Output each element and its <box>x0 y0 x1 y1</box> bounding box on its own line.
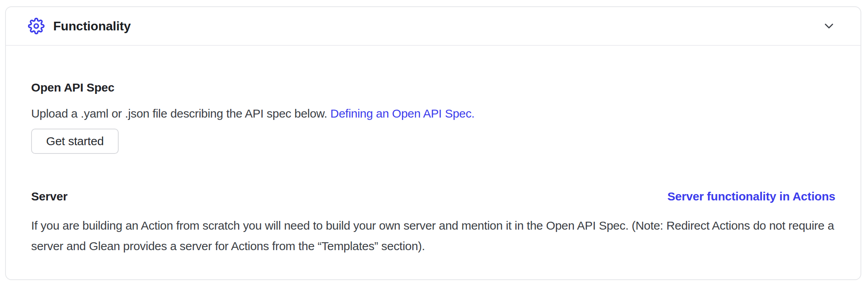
open-api-spec-description-text: Upload a .yaml or .json file describing … <box>31 107 327 120</box>
get-started-button[interactable]: Get started <box>31 129 119 154</box>
server-functionality-link[interactable]: Server functionality in Actions <box>667 190 835 203</box>
defining-open-api-spec-link[interactable]: Defining an Open API Spec. <box>330 107 475 120</box>
panel-header[interactable]: Functionality <box>6 7 861 45</box>
open-api-spec-section: Open API Spec Upload a .yaml or .json fi… <box>31 80 835 154</box>
server-heading-row: Server Server functionality in Actions <box>31 189 835 204</box>
open-api-spec-description: Upload a .yaml or .json file describing … <box>31 106 835 122</box>
chevron-down-icon[interactable] <box>822 19 836 33</box>
functionality-panel: Functionality Open API Spec Upload a .ya… <box>5 6 861 280</box>
server-heading: Server <box>31 189 67 204</box>
gear-icon <box>28 18 45 34</box>
open-api-spec-heading: Open API Spec <box>31 80 835 95</box>
panel-content: Open API Spec Upload a .yaml or .json fi… <box>6 46 861 256</box>
server-section: Server Server functionality in Actions I… <box>31 189 835 256</box>
panel-title: Functionality <box>53 19 131 34</box>
server-description: If you are building an Action from scrat… <box>31 215 835 256</box>
